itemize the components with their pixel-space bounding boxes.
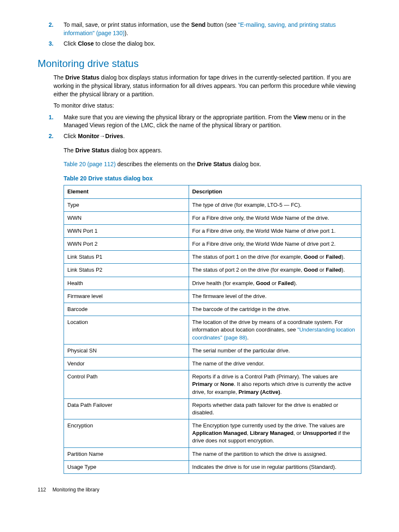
text: ). <box>342 254 345 260</box>
text: To mail, save, or print status informati… <box>64 21 191 28</box>
cell-desc: Reports whether data path failover for t… <box>189 398 361 419</box>
text: or <box>318 254 326 260</box>
list-number: 2. <box>38 132 64 141</box>
text: The serial number of the particular driv… <box>192 347 290 354</box>
cell-element: WWN Port 2 <box>64 238 189 251</box>
cell-desc: The Encryption type currently used by th… <box>189 419 361 448</box>
cell-element: Vendor <box>64 357 189 370</box>
th-element: Element <box>64 185 189 198</box>
cell-desc: The location of the drive by means of a … <box>189 316 361 344</box>
bold: Good <box>304 267 318 273</box>
table-row: WWN Port 2For a Fibre drive only, the Wo… <box>64 238 361 251</box>
table-row: Control PathReports if a drive is a Cont… <box>64 370 361 399</box>
text: The name of the drive vendor. <box>192 360 265 367</box>
text: ). <box>125 30 128 36</box>
cell-desc: Drive health (for example, Good or Faile… <box>189 277 361 290</box>
text: dialog box. <box>231 161 261 167</box>
nested-para-1: The Drive Status dialog box appears. <box>64 146 361 155</box>
ordered-item-2: 2. To mail, save, or print status inform… <box>38 21 361 37</box>
cell-element: Health <box>64 277 189 290</box>
arrow-icon: → <box>100 133 105 139</box>
step-1: 1. Make sure that you are viewing the ph… <box>38 113 361 130</box>
table-row: Firmware levelThe firmware level of the … <box>64 290 361 303</box>
footer-title: Monitoring the library <box>52 487 99 493</box>
bold: Good <box>256 280 270 286</box>
text: Click <box>64 40 78 47</box>
bold: Failed <box>326 254 342 260</box>
bold-close: Close <box>78 40 94 47</box>
cell-element: Type <box>64 198 189 211</box>
text: Indicates the drive is for use in regula… <box>192 464 337 470</box>
table-row: HealthDrive health (for example, Good or… <box>64 277 361 290</box>
bold: Library Managed <box>250 430 294 436</box>
text: The barcode of the cartridge in the driv… <box>192 306 290 312</box>
text: For a Fibre drive only, the World Wide N… <box>192 228 336 234</box>
drive-status-table: Element Description TypeThe type of driv… <box>64 185 361 474</box>
text: The <box>54 74 65 81</box>
bold-drive-status: Drive Status <box>65 74 100 81</box>
bold-monitor: Monitor <box>78 133 99 139</box>
text: dialog box appears. <box>110 147 162 154</box>
page-number: 112 <box>38 487 46 493</box>
cell-element: Data Path Failover <box>64 398 189 419</box>
text: Click <box>64 133 78 139</box>
list-number: 1. <box>38 113 64 130</box>
cell-desc: Indicates the drive is for use in regula… <box>189 460 361 473</box>
list-number: 2. <box>38 21 64 37</box>
bold-view: View <box>293 114 307 121</box>
bold: Primary (Active) <box>238 389 280 395</box>
text: The status of port 1 on the drive (for e… <box>192 254 304 260</box>
cell-element: Physical SN <box>64 344 189 357</box>
bold-send: Send <box>191 21 205 28</box>
text: The type of drive (for example, LTO-5 — … <box>192 202 302 208</box>
cell-desc: For a Fibre drive only, the World Wide N… <box>189 224 361 237</box>
paragraph-intro: The Drive Status dialog box displays sta… <box>54 74 361 98</box>
text: ). <box>342 267 345 273</box>
cell-desc: The name of the partition to which the d… <box>189 447 361 460</box>
table-row: WWN Port 1For a Fibre drive only, the Wo… <box>64 224 361 237</box>
bold: Unsupported <box>303 430 337 436</box>
text: or <box>212 381 220 387</box>
cell-desc: Reports if a drive is a Control Path (Pr… <box>189 370 361 399</box>
text: The Encryption type currently used by th… <box>192 422 345 429</box>
table-row: Partition NameThe name of the partition … <box>64 447 361 460</box>
cell-desc: For a Fibre drive only, the World Wide N… <box>189 211 361 224</box>
table-row: VendorThe name of the drive vendor. <box>64 357 361 370</box>
cell-element: WWN Port 1 <box>64 224 189 237</box>
bold-drive-status: Drive Status <box>197 161 231 167</box>
cell-desc: For a Fibre drive only, the World Wide N… <box>189 238 361 251</box>
table-row: WWNFor a Fibre drive only, the World Wid… <box>64 211 361 224</box>
cell-element: Barcode <box>64 303 189 316</box>
bold: None <box>220 381 234 387</box>
ordered-item-3: 3. Click Close to close the dialog box. <box>38 40 361 48</box>
text: The name of the partition to which the d… <box>192 451 327 457</box>
cell-desc: The status of port 1 on the drive (for e… <box>189 251 361 264</box>
cell-element: Usage Type <box>64 460 189 473</box>
link-table-20[interactable]: Table 20 (page 112) <box>64 161 116 167</box>
cell-desc: The serial number of the particular driv… <box>189 344 361 357</box>
cell-element: Partition Name <box>64 447 189 460</box>
text: , <box>247 430 250 436</box>
bold: Good <box>304 254 318 260</box>
list-body: To mail, save, or print status informati… <box>64 21 361 37</box>
step-2: 2. Click Monitor→Drives. <box>38 132 361 141</box>
bold: Primary <box>192 381 212 387</box>
table-row: EncryptionThe Encryption type currently … <box>64 419 361 448</box>
nested-para-2: Table 20 (page 112) describes the elemen… <box>64 160 361 169</box>
text: , or <box>294 430 303 436</box>
cell-desc: The status of port 2 on the drive (for e… <box>189 264 361 277</box>
cell-element: WWN <box>64 211 189 224</box>
cell-desc: The barcode of the cartridge in the driv… <box>189 303 361 316</box>
table-caption: Table 20 Drive status dialog box <box>64 175 361 183</box>
table-row: BarcodeThe barcode of the cartridge in t… <box>64 303 361 316</box>
table-row: LocationThe location of the drive by mea… <box>64 316 361 344</box>
table-row: TypeThe type of drive (for example, LTO-… <box>64 198 361 211</box>
text: Reports if a drive is a Control Path (Pr… <box>192 373 338 380</box>
cell-desc: The name of the drive vendor. <box>189 357 361 370</box>
bold-drives: Drives <box>105 133 123 139</box>
bold: Failed <box>326 267 342 273</box>
paragraph-to-monitor: To monitor drive status: <box>54 102 361 110</box>
text: or <box>270 280 278 286</box>
bold: Application Managed <box>192 430 247 436</box>
text: The <box>64 147 75 154</box>
